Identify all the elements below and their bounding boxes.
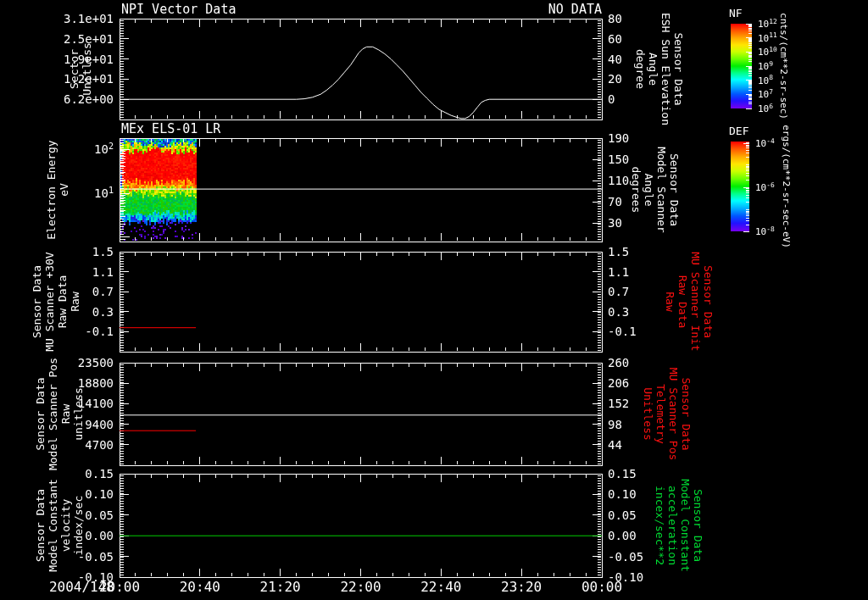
colorbar-unit-text: ergs/(cm**2-sr-sec-eV) (781, 125, 792, 248)
panel-frame (120, 138, 602, 242)
colorbar-tick-label: 1011 (758, 31, 777, 43)
colorbar-tick-label: 1010 (758, 46, 777, 58)
left-axis-label-line: eV (58, 183, 70, 197)
left-tick-label: 0.7 (92, 285, 114, 298)
right-axis-label: Sensor DataMU Scanner InitRaw DataRaw (664, 252, 715, 351)
right-tick-label: 80 (608, 12, 622, 25)
right-axis-label-line: Telemetry (654, 384, 667, 444)
left-axis-label-line: unitless (72, 387, 85, 441)
colorbar-tick-label: 1012 (758, 18, 777, 30)
colorbar-tick-label: 109 (758, 60, 773, 72)
left-axis-label-line: Raw (69, 292, 81, 312)
right-tick-label: 190 (608, 131, 629, 145)
right-axis-label-line: Sensor Data (692, 489, 704, 562)
left-axis-label-line: Sensor Data (34, 377, 47, 450)
right-tick-label: 0 (608, 92, 615, 106)
right-axis-label: Sensor DataMU Scanner PosTelemetryUnitle… (642, 368, 693, 461)
left-axis-label-line: Model Scanner Pos (47, 358, 59, 470)
right-axis-label: Sensor DataESH Sun ElevationAngledegree (634, 13, 685, 125)
right-tick-label: 98 (608, 418, 622, 431)
panel-mu-scanner-30v: 1.51.10.70.3-0.11.51.10.70.3-0.1Sensor D… (31, 245, 715, 352)
left-axis-label-line: Electron Energy (45, 140, 58, 240)
left-tick-label: 9400 (85, 418, 114, 431)
right-axis-label-line: MU Scanner Pos (667, 368, 680, 461)
right-tick-label: 1.1 (608, 265, 629, 279)
right-tick-label: 0.00 (608, 529, 637, 542)
colorbar-tick-label: 10-4 (755, 137, 775, 149)
right-axis-label-line: Raw Data (676, 275, 689, 329)
left-tick-label: 4700 (85, 438, 114, 452)
left-axis-label: SectorUnitless (68, 42, 93, 96)
left-tick-label: 0.3 (92, 305, 114, 319)
right-axis-label-line: Angle (647, 53, 659, 86)
right-axis-label-line: Raw (664, 292, 676, 312)
left-axis-label: Sensor DataMU Scanner +30VRaw DataRaw (31, 252, 81, 352)
left-axis-label-line: velocity (59, 499, 72, 553)
right-tick-label: 206 (608, 376, 629, 390)
right-tick-label: 60 (608, 32, 622, 46)
right-axis-label-line: Sensor Data (668, 153, 681, 226)
left-axis-label-line: Sensor Data (34, 489, 47, 562)
right-axis-label: Sensor DataModel Constantaccelerationinc… (654, 479, 704, 572)
right-tick-label: 1.5 (608, 245, 629, 258)
panel-title: MEx ELS-01 LR (121, 121, 221, 136)
left-tick-label: 102 (94, 142, 114, 156)
colorbar-tick-label: 108 (758, 74, 773, 86)
left-tick-label: 0.15 (85, 467, 114, 481)
right-axis-label-line: Unitless (642, 387, 654, 441)
colorbar-unit-label: cnts/(cm**2-sr-sec) (778, 13, 789, 119)
right-tick-label: -0.05 (608, 550, 643, 564)
time-tick-label: 21:20 (260, 579, 301, 595)
left-axis-label: Sensor DataModel Constantvelocityindex/s… (34, 479, 85, 572)
left-axis-label-line: Model Constant (47, 479, 59, 572)
left-axis-label-line: Sector (68, 49, 81, 89)
left-axis-label-line: index/sec (72, 496, 85, 555)
right-axis-label-line: Angle (643, 173, 655, 206)
left-axis-label-line: Raw Data (56, 275, 69, 329)
left-tick-label: 1.5 (92, 245, 114, 258)
colorbar-tick-label: 10-6 (755, 181, 775, 193)
right-tick-label: 152 (608, 397, 629, 410)
right-axis-label-line: Model Scanner (655, 147, 668, 233)
right-axis-label-line: Model Constant (679, 479, 692, 572)
right-tick-label: 110 (608, 174, 629, 187)
colorbar-tick-label: 10-8 (755, 225, 775, 237)
right-tick-label: 20 (608, 72, 622, 86)
right-axis-label-line: degrees (630, 167, 643, 214)
colorbar-tick-label: 107 (758, 88, 773, 100)
colorbar-nf: NF101210111010109108107106cnts/(cm**2-sr… (729, 7, 789, 119)
left-axis-label-line: Raw (59, 404, 72, 425)
panel-frame (120, 363, 602, 465)
left-tick-label: 1.1 (92, 265, 114, 279)
right-tick-label: 150 (608, 153, 629, 166)
right-tick-label: 30 (608, 216, 622, 230)
panel-title: NPI Vector Data (121, 2, 236, 17)
panel-model-constant: 0.150.100.050.00-0.05-0.100.150.100.050.… (34, 467, 704, 584)
right-axis-label-line: Sensor Data (672, 32, 685, 105)
right-tick-label: 0.10 (608, 487, 637, 501)
panel-mex-els: MEx ELS-01 LR1021011901501107030Electron… (45, 121, 681, 242)
chart-svg: NPI Vector DataNO DATA3.1e+012.5e+011.9e… (0, 0, 868, 600)
right-axis-label-line: ESH Sun Elevation (659, 13, 672, 125)
left-tick-label: 0.10 (85, 487, 114, 501)
right-tick-label: 70 (608, 195, 622, 208)
colorbar-name: DEF (729, 125, 749, 137)
no-data-label: NO DATA (548, 2, 602, 17)
time-tick-label: 23:20 (501, 579, 542, 595)
colorbar-unit-text: cnts/(cm**2-sr-sec) (778, 13, 789, 119)
colorbar-name: NF (729, 7, 743, 19)
right-axis-label-line: Sensor Data (680, 377, 693, 450)
colorbar-def: DEF10-410-610-8ergs/(cm**2-sr-sec-eV) (729, 125, 792, 248)
time-tick-label: 22:00 (340, 579, 381, 595)
left-tick-label: 0.05 (85, 508, 114, 522)
left-axis-label-line: MU Scanner +30V (43, 252, 56, 352)
right-axis-label-line: acceleration (666, 486, 679, 565)
panel-npi-vector: NPI Vector DataNO DATA3.1e+012.5e+011.9e… (64, 2, 685, 125)
science-plot-screen: NPI Vector DataNO DATA3.1e+012.5e+011.9e… (0, 0, 868, 600)
left-tick-label: -0.1 (85, 325, 114, 338)
left-tick-label: 0.00 (85, 529, 114, 542)
panel-frame (120, 252, 602, 352)
left-axis-label-line: Unitless (81, 42, 93, 96)
panel-frame (120, 474, 602, 577)
right-tick-label: 0.3 (608, 305, 629, 319)
